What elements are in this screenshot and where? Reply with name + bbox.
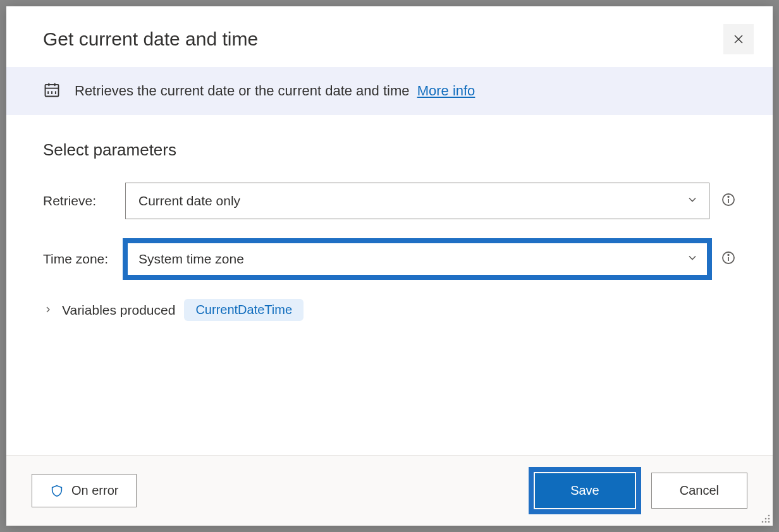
info-text: Retrieves the current date or the curren… bbox=[75, 83, 475, 99]
chevron-right-icon bbox=[43, 303, 53, 318]
timezone-label: Time zone: bbox=[43, 251, 125, 267]
save-highlight: Save bbox=[531, 469, 639, 512]
cancel-button[interactable]: Cancel bbox=[651, 473, 747, 509]
dialog-header: Get current date and time bbox=[6, 6, 773, 67]
timezone-select[interactable]: System time zone bbox=[125, 241, 709, 277]
chevron-down-icon bbox=[686, 251, 699, 267]
close-icon bbox=[733, 33, 744, 45]
param-row-timezone: Time zone: System time zone bbox=[43, 241, 736, 277]
close-button[interactable] bbox=[723, 24, 754, 54]
variable-pill-currentdatetime[interactable]: CurrentDateTime bbox=[184, 299, 304, 321]
save-button[interactable]: Save bbox=[535, 473, 635, 508]
retrieve-select-value: Current date only bbox=[138, 193, 240, 209]
resize-grip[interactable] bbox=[760, 513, 771, 524]
timezone-select-value: System time zone bbox=[138, 251, 244, 267]
calendar-icon bbox=[43, 81, 61, 101]
param-row-retrieve: Retrieve: Current date only bbox=[43, 183, 736, 219]
retrieve-select[interactable]: Current date only bbox=[125, 183, 709, 219]
on-error-label: On error bbox=[71, 483, 118, 498]
dialog-title: Get current date and time bbox=[43, 28, 258, 50]
variables-produced-row[interactable]: Variables produced CurrentDateTime bbox=[43, 299, 736, 321]
info-bar: Retrieves the current date or the curren… bbox=[6, 67, 773, 115]
more-info-link[interactable]: More info bbox=[417, 83, 475, 99]
retrieve-info-icon[interactable] bbox=[721, 192, 736, 210]
footer-actions: Save Cancel bbox=[531, 469, 747, 512]
svg-point-20 bbox=[762, 521, 764, 523]
dialog-footer: On error Save Cancel bbox=[6, 455, 773, 526]
dialog-body: Select parameters Retrieve: Current date… bbox=[6, 115, 773, 455]
shield-icon bbox=[50, 484, 64, 498]
timezone-info-icon[interactable] bbox=[721, 250, 736, 268]
on-error-button[interactable]: On error bbox=[32, 474, 137, 507]
svg-point-15 bbox=[768, 515, 770, 517]
svg-rect-2 bbox=[46, 85, 59, 97]
variables-produced-label: Variables produced bbox=[62, 303, 175, 318]
svg-point-18 bbox=[765, 518, 767, 520]
dialog-get-current-date-time: Get current date and time Retrieves the … bbox=[6, 6, 773, 526]
retrieve-label: Retrieve: bbox=[43, 193, 125, 209]
svg-point-17 bbox=[768, 521, 770, 523]
section-title: Select parameters bbox=[43, 140, 736, 160]
svg-point-19 bbox=[765, 521, 767, 523]
svg-point-11 bbox=[728, 196, 729, 198]
chevron-down-icon bbox=[686, 193, 699, 209]
svg-point-14 bbox=[728, 255, 729, 256]
info-description: Retrieves the current date or the curren… bbox=[75, 83, 410, 99]
svg-point-16 bbox=[768, 518, 770, 520]
